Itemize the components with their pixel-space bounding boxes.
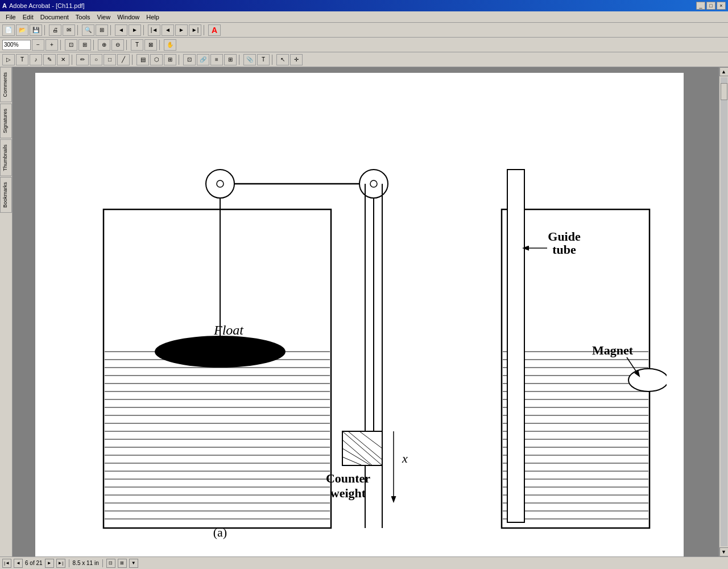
zoom-out-button[interactable]: − bbox=[32, 39, 44, 51]
side-panels: Comments Signatures Thumbnails Bookmarks bbox=[0, 67, 13, 556]
crop-tool[interactable]: ⊡ bbox=[183, 54, 196, 65]
toolbar-separator-1 bbox=[44, 25, 47, 35]
scroll-up-button[interactable]: ▲ bbox=[719, 67, 729, 76]
next-page-button[interactable]: ► bbox=[175, 24, 188, 36]
pencil-tool[interactable]: ✎ bbox=[43, 54, 56, 65]
scroll-area: Float Cou bbox=[13, 67, 719, 556]
oval-tool[interactable]: ○ bbox=[90, 54, 102, 65]
fit-page-button[interactable]: ⊡ bbox=[65, 39, 77, 51]
window-title: Adobe Acrobat - [Ch11.pdf] bbox=[9, 2, 85, 9]
toolbar-separator-4 bbox=[143, 25, 146, 35]
page-size: 8.5 x 11 in bbox=[73, 560, 99, 566]
counter-weight-label-line1: Counter bbox=[326, 471, 370, 485]
svg-point-25 bbox=[217, 180, 224, 187]
main-area: Comments Signatures Thumbnails Bookmarks bbox=[0, 67, 728, 556]
eraser-tool[interactable]: ✕ bbox=[57, 54, 69, 65]
text-select[interactable]: T bbox=[16, 54, 28, 65]
menu-window[interactable]: Window bbox=[114, 13, 143, 22]
toolbar-separator-2 bbox=[77, 25, 80, 35]
zoom-marquee-button[interactable]: ⊕ bbox=[98, 39, 110, 51]
svg-point-27 bbox=[370, 180, 377, 187]
counter-weight-label-line2: weight bbox=[330, 486, 366, 500]
diagram-area: Float Cou bbox=[47, 84, 672, 551]
svg-rect-66 bbox=[507, 170, 524, 522]
stamp-tool[interactable]: ⬡ bbox=[150, 54, 163, 65]
scroll-down-status[interactable]: ▼ bbox=[129, 559, 138, 568]
nav-next-button[interactable]: ► bbox=[129, 24, 141, 36]
status-last-page[interactable]: ►| bbox=[56, 559, 65, 568]
toolbar-separator-3 bbox=[110, 25, 113, 35]
new-button[interactable]: 📄 bbox=[2, 24, 15, 36]
zoom-input[interactable] bbox=[2, 40, 31, 50]
rect-tool[interactable]: □ bbox=[104, 54, 116, 65]
title-bar-buttons: _ □ × bbox=[696, 2, 726, 10]
first-page-button[interactable]: |◄ bbox=[148, 24, 160, 36]
toolbar3-sep2 bbox=[132, 55, 134, 65]
menu-help[interactable]: Help bbox=[143, 13, 163, 22]
x-label: x bbox=[402, 451, 408, 465]
last-page-button[interactable]: ►| bbox=[189, 24, 201, 36]
menu-tools[interactable]: Tools bbox=[72, 13, 94, 22]
toolbar2-separator-3 bbox=[126, 40, 129, 50]
move-tool[interactable]: ✛ bbox=[290, 54, 303, 65]
attach-tool[interactable]: 📎 bbox=[243, 54, 256, 65]
svg-rect-0 bbox=[104, 209, 331, 528]
minimize-button[interactable]: _ bbox=[696, 2, 705, 10]
menu-file[interactable]: File bbox=[2, 13, 19, 22]
status-separator-2 bbox=[102, 559, 103, 567]
bookmarks-panel-tab[interactable]: Bookmarks bbox=[0, 177, 12, 213]
find-button[interactable]: ⊞ bbox=[96, 24, 108, 36]
toolbar2-separator-4 bbox=[159, 40, 162, 50]
text-tool-button[interactable]: T bbox=[131, 39, 143, 51]
zoom-out-btn2[interactable]: ⊖ bbox=[111, 39, 124, 51]
text-edit-tool[interactable]: T bbox=[257, 54, 270, 65]
status-separator-1 bbox=[69, 559, 69, 567]
textfield-tool[interactable]: ⊞ bbox=[224, 54, 237, 65]
line-tool[interactable]: ╱ bbox=[117, 54, 130, 65]
comments-panel-tab[interactable]: Comments bbox=[0, 67, 12, 102]
scroll-thumb[interactable] bbox=[721, 83, 727, 100]
toolbar2-separator-1 bbox=[60, 40, 63, 50]
scroll-down-button[interactable]: ▼ bbox=[719, 547, 729, 556]
right-scrollbar: ▲ ▼ bbox=[719, 67, 728, 556]
restore-button[interactable]: □ bbox=[706, 2, 715, 10]
print-button[interactable]: 🖨 bbox=[49, 24, 61, 36]
arrow-tool[interactable]: ↖ bbox=[276, 54, 289, 65]
part-a-label: (a) bbox=[213, 525, 227, 539]
note-tool[interactable]: ⊞ bbox=[164, 54, 176, 65]
fit-page-status[interactable]: ⊡ bbox=[106, 559, 115, 568]
zoom-in-button[interactable]: + bbox=[46, 39, 58, 51]
close-button[interactable]: × bbox=[717, 2, 726, 10]
fit-width-button[interactable]: ⊞ bbox=[78, 39, 91, 51]
menu-document[interactable]: Document bbox=[37, 13, 72, 22]
toolbar2-separator-2 bbox=[93, 40, 96, 50]
menu-edit[interactable]: Edit bbox=[19, 13, 37, 22]
image-tool-button[interactable]: ⊠ bbox=[144, 39, 157, 51]
pencil2-tool[interactable]: ✏ bbox=[76, 54, 89, 65]
status-next-page[interactable]: ► bbox=[45, 559, 54, 568]
signatures-panel-tab[interactable]: Signatures bbox=[0, 104, 12, 138]
select-tool[interactable]: ▷ bbox=[2, 54, 15, 65]
form-tool[interactable]: ≡ bbox=[210, 54, 223, 65]
prev-page-button[interactable]: ◄ bbox=[162, 24, 174, 36]
app-icon: A bbox=[2, 2, 7, 9]
open-button[interactable]: 📂 bbox=[16, 24, 28, 36]
highlight-tool[interactable]: ▤ bbox=[136, 54, 149, 65]
scroll-track[interactable] bbox=[721, 77, 727, 546]
audio-tool[interactable]: ♪ bbox=[30, 54, 42, 65]
search-button[interactable]: 🔍 bbox=[82, 24, 94, 36]
status-bar: |◄ ◄ 6 of 21 ► ►| 8.5 x 11 in ⊡ ⊞ ▼ bbox=[0, 556, 728, 569]
figure-svg: Float Cou bbox=[52, 96, 667, 539]
email-button[interactable]: ✉ bbox=[63, 24, 75, 36]
status-first-page[interactable]: |◄ bbox=[2, 559, 11, 568]
menu-view[interactable]: View bbox=[94, 13, 114, 22]
pdf-page: Float Cou bbox=[35, 73, 684, 556]
fit-width-status[interactable]: ⊞ bbox=[118, 559, 127, 568]
pan-button[interactable]: ✋ bbox=[164, 39, 176, 51]
thumbnails-panel-tab[interactable]: Thumbnails bbox=[0, 139, 12, 176]
save-button[interactable]: 💾 bbox=[30, 24, 42, 36]
link-tool[interactable]: 🔗 bbox=[197, 54, 209, 65]
status-prev-page[interactable]: ◄ bbox=[14, 559, 23, 568]
title-bar: A Adobe Acrobat - [Ch11.pdf] _ □ × bbox=[0, 0, 728, 11]
nav-prev-button[interactable]: ◄ bbox=[115, 24, 127, 36]
